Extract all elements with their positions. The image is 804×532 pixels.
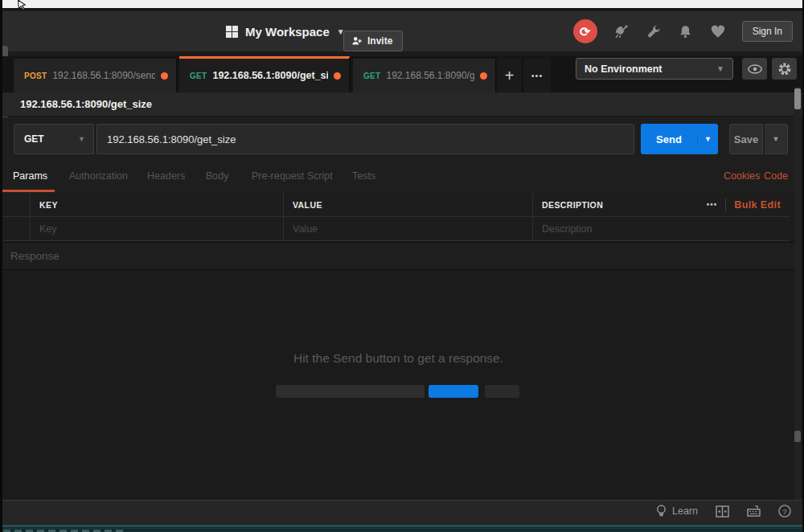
sync-status-icon[interactable]: ⟳ xyxy=(573,19,597,43)
send-label: Send xyxy=(641,133,697,145)
send-button[interactable]: Send ▼ xyxy=(641,124,718,154)
tab-get-list[interactable]: GET 192.168.56.1:8090/get_list xyxy=(353,59,496,92)
request-section-tabs: Params Authorization Headers Body Pre-re… xyxy=(2,161,802,193)
tab-method-badge: POST xyxy=(24,72,47,80)
url-input[interactable]: 192.168.56.1:8090/get_size xyxy=(96,124,634,154)
two-pane-icon xyxy=(716,505,729,518)
send-options-caret[interactable]: ▼ xyxy=(697,135,718,143)
bell-icon[interactable] xyxy=(678,23,694,39)
column-options-icon[interactable]: ••• xyxy=(707,200,718,209)
environment-name: No Environment xyxy=(585,63,662,75)
skeleton-url-bar xyxy=(276,385,425,398)
tab-url-label: 192.168.56.1:8090/send_from_s xyxy=(52,70,155,81)
wrench-icon[interactable] xyxy=(646,23,662,39)
tab-params[interactable]: Params xyxy=(13,161,47,190)
taskbar-band xyxy=(0,525,804,527)
vertical-scrollbar[interactable] xyxy=(794,87,801,521)
environment-selector[interactable]: No Environment ▼ xyxy=(576,58,733,80)
svg-text:?: ? xyxy=(783,508,787,516)
params-table: KEY VALUE DESCRIPTION ••• Bulk Edit Key … xyxy=(2,193,790,241)
mouse-cursor-icon xyxy=(15,0,27,11)
method-value: GET xyxy=(24,133,44,145)
tab-authorization[interactable]: Authorization xyxy=(69,161,128,190)
bulk-edit-link[interactable]: Bulk Edit xyxy=(734,199,781,211)
url-builder: GET ▼ 192.168.56.1:8090/get_size Send ▼ … xyxy=(2,117,802,161)
sign-in-button[interactable]: Sign In xyxy=(742,21,793,42)
scrollbar-thumb-secondary[interactable] xyxy=(794,431,801,442)
person-plus-icon xyxy=(351,35,363,47)
save-options-caret[interactable]: ▼ xyxy=(765,124,788,154)
method-select[interactable]: GET ▼ xyxy=(14,124,94,154)
invite-label: Invite xyxy=(367,35,392,47)
new-tab-button[interactable]: + xyxy=(497,59,523,92)
skeleton-send-button xyxy=(429,385,478,398)
question-circle-icon: ? xyxy=(778,505,791,518)
row-gutter xyxy=(2,193,31,216)
tab-method-badge: GET xyxy=(190,72,207,80)
app-header: My Workspace ▼ Invite ⟳ xyxy=(2,11,802,51)
invite-button[interactable]: Invite xyxy=(343,31,403,51)
tab-headers[interactable]: Headers xyxy=(147,161,185,190)
status-bar: Learn ? xyxy=(2,500,802,522)
tab-get-size[interactable]: GET 192.168.56.1:8090/get_size xyxy=(179,56,350,92)
table-header-row: KEY VALUE DESCRIPTION ••• Bulk Edit xyxy=(2,193,790,217)
key-input[interactable]: Key xyxy=(31,217,284,240)
code-link[interactable]: Code xyxy=(764,161,788,190)
tab-tests[interactable]: Tests xyxy=(352,161,375,190)
tab-send-from[interactable]: POST 192.168.56.1:8090/send_from_s xyxy=(14,59,177,92)
save-button[interactable]: Save xyxy=(729,124,763,154)
key-column-header: KEY xyxy=(31,193,284,216)
browser-edge-strip xyxy=(0,0,804,10)
chevron-down-icon: ▼ xyxy=(78,135,85,143)
response-label: Response xyxy=(10,250,59,262)
tab-method-badge: GET xyxy=(363,72,380,80)
tab-pre-request[interactable]: Pre-request Script xyxy=(252,161,333,190)
tab-url-label: 192.168.56.1:8090/get_list xyxy=(386,70,474,81)
satellite-icon[interactable] xyxy=(613,23,630,39)
workspace-name: My Workspace xyxy=(245,25,330,39)
description-column-header: DESCRIPTION ••• Bulk Edit xyxy=(533,193,790,216)
help-button[interactable]: ? xyxy=(778,505,791,518)
request-title-row: 192.168.56.1:8090/get_size xyxy=(2,92,802,117)
scrollbar-thumb[interactable] xyxy=(794,88,801,109)
workspace-switcher[interactable]: My Workspace ▼ xyxy=(226,11,345,51)
description-header-label: DESCRIPTION xyxy=(542,200,603,210)
response-empty-state: Hit the Send button to get a response. xyxy=(2,269,802,500)
workspace-grid-icon xyxy=(226,26,238,38)
eye-icon xyxy=(748,64,762,74)
environment-preview-button[interactable] xyxy=(742,58,767,80)
table-row: Key Value Description xyxy=(2,217,790,241)
save-label: Save xyxy=(734,133,758,145)
tab-body[interactable]: Body xyxy=(206,161,229,190)
row-gutter xyxy=(2,217,31,240)
taskbar-band xyxy=(0,528,804,529)
request-tab-strip: POST 192.168.56.1:8090/send_from_s GET 1… xyxy=(2,56,802,92)
postman-window: My Workspace ▼ Invite ⟳ xyxy=(0,0,804,532)
layout-panes-button[interactable] xyxy=(716,505,729,518)
skeleton-save-button xyxy=(485,385,519,398)
tab-options-button[interactable]: ••• xyxy=(523,59,551,92)
gear-icon xyxy=(777,62,792,76)
unsaved-dot-icon xyxy=(480,72,487,80)
keyboard-icon xyxy=(747,505,761,517)
os-taskbar-strip xyxy=(0,522,804,532)
heart-icon[interactable] xyxy=(710,23,726,39)
value-input[interactable]: Value xyxy=(284,217,533,240)
lightbulb-icon xyxy=(656,505,667,518)
learn-label: Learn xyxy=(672,505,698,517)
active-tab-underline xyxy=(2,190,55,192)
chevron-down-icon: ▼ xyxy=(716,64,724,73)
divider xyxy=(725,198,726,211)
learn-button[interactable]: Learn xyxy=(656,505,698,518)
unsaved-dot-icon xyxy=(161,72,168,80)
sign-in-label: Sign In xyxy=(753,26,782,37)
settings-button[interactable] xyxy=(772,58,797,80)
shortcuts-button[interactable] xyxy=(747,505,761,517)
value-column-header: VALUE xyxy=(284,193,533,216)
description-input[interactable]: Description xyxy=(533,217,790,240)
tab-url-label: 192.168.56.1:8090/get_size xyxy=(212,70,328,81)
request-title: 192.168.56.1:8090/get_size xyxy=(20,98,152,110)
unsaved-dot-icon xyxy=(334,72,341,80)
cookies-link[interactable]: Cookies xyxy=(724,161,760,190)
empty-response-message: Hit the Send button to get a response. xyxy=(2,351,794,366)
